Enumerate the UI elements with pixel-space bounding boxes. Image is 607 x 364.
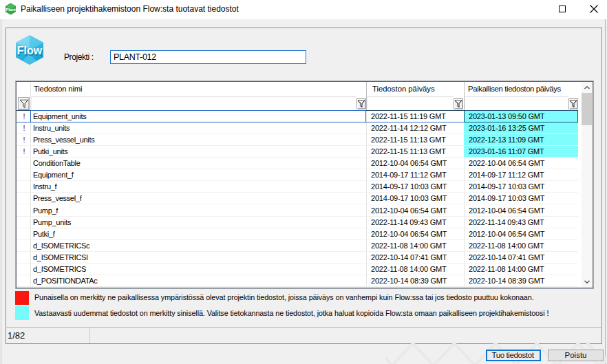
svg-text:Flow: Flow bbox=[17, 45, 43, 56]
svg-text:Plant: Plant bbox=[6, 8, 16, 12]
